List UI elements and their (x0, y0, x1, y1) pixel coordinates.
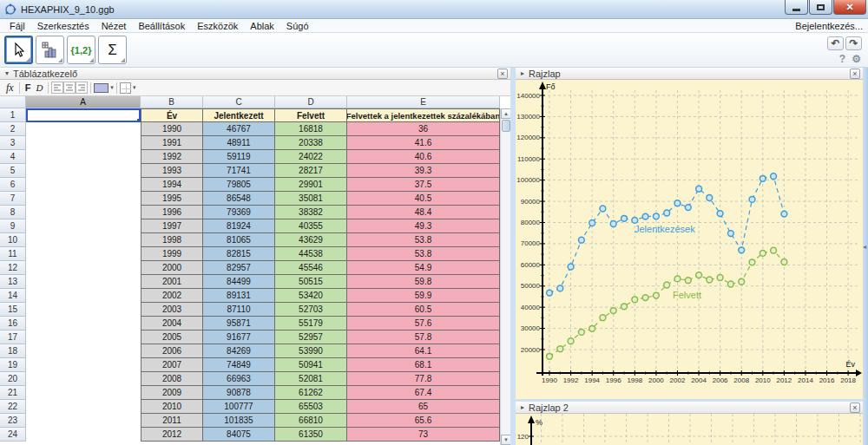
row-header-23[interactable]: 23 (0, 414, 26, 428)
cell-D10[interactable]: 43629 (275, 233, 347, 247)
row-header-10[interactable]: 10 (0, 233, 26, 247)
fx-button[interactable]: fx (6, 82, 14, 95)
collapse-triangle-icon[interactable]: ▸ (521, 69, 524, 77)
cell-D18[interactable]: 53990 (275, 344, 347, 358)
cell-A22[interactable] (26, 400, 141, 414)
cell-D11[interactable]: 44538 (275, 247, 347, 261)
cell-B14[interactable]: 2002 (141, 289, 203, 303)
menu-item-fajl[interactable]: Fájl (3, 21, 31, 31)
cell-B20[interactable]: 2008 (141, 372, 203, 386)
menu-item-sugo[interactable]: Súgó (280, 21, 315, 31)
cell-D19[interactable]: 50941 (275, 358, 347, 372)
cell-D15[interactable]: 52703 (275, 303, 347, 317)
cell-B9[interactable]: 1997 (141, 219, 203, 233)
collapse-triangle-icon[interactable]: ▾ (5, 69, 9, 77)
cell-E14[interactable]: 59.9 (347, 289, 500, 303)
cell-C23[interactable]: 101835 (203, 414, 275, 428)
menu-item-ablak[interactable]: Ablak (244, 21, 280, 31)
row-header-24[interactable]: 24 (0, 428, 26, 442)
chart-analysis-tool-button[interactable] (36, 36, 64, 64)
cell-B8[interactable]: 1996 (141, 206, 203, 219)
cell-C7[interactable]: 86548 (203, 192, 275, 206)
collapse-triangle-icon[interactable]: ▸ (521, 403, 524, 411)
cell-E7[interactable]: 40.5 (347, 192, 500, 206)
cell-D17[interactable]: 52957 (275, 330, 347, 344)
cell-E15[interactable]: 60.5 (347, 303, 500, 317)
cell-E18[interactable]: 64.1 (347, 344, 500, 358)
cell-B15[interactable]: 2003 (141, 303, 203, 317)
border-dropdown-icon[interactable]: ▾ (133, 84, 136, 91)
help-icon[interactable]: ? (839, 53, 845, 65)
cell-E8[interactable]: 48.4 (347, 206, 500, 219)
cell-A2[interactable] (26, 122, 141, 136)
graphics-view-1[interactable]: 2000030000400005000060000700008000090000… (516, 80, 863, 399)
cell-E5[interactable]: 39.3 (347, 164, 500, 178)
scroll-up-button[interactable]: ▲ (501, 108, 510, 119)
cell-E2[interactable]: 36 (347, 122, 500, 136)
cell-C13[interactable]: 84499 (203, 275, 275, 289)
row-header-1[interactable]: 1 (0, 108, 26, 122)
row-header-6[interactable]: 6 (0, 178, 26, 192)
cell-D2[interactable]: 16818 (275, 122, 347, 136)
cell-A4[interactable] (26, 150, 141, 164)
align-center-button[interactable] (63, 82, 76, 94)
column-header-a[interactable]: A (26, 96, 141, 108)
column-header-b[interactable]: B (141, 96, 203, 108)
scroll-thumb[interactable] (502, 120, 510, 132)
menu-item-nezet[interactable]: Nézet (95, 21, 133, 31)
cell-A5[interactable] (26, 164, 141, 178)
column-header-d[interactable]: D (275, 96, 347, 108)
cell-E1[interactable]: Felvettek a jelentkezettek százalékában (347, 108, 500, 122)
cell-B2[interactable]: 1990 (141, 122, 203, 136)
cell-A19[interactable] (26, 358, 141, 372)
cell-E3[interactable]: 41.6 (347, 136, 500, 150)
cell-A11[interactable] (26, 247, 141, 261)
cell-E11[interactable]: 53.8 (347, 247, 500, 261)
cell-B3[interactable]: 1991 (141, 136, 203, 150)
cell-C19[interactable]: 74849 (203, 358, 275, 372)
cell-B6[interactable]: 1994 (141, 178, 203, 192)
cell-D8[interactable]: 38382 (275, 206, 347, 219)
cell-B18[interactable]: 2006 (141, 344, 203, 358)
cell-A17[interactable] (26, 330, 141, 344)
cell-E17[interactable]: 57.8 (347, 330, 500, 344)
cell-C4[interactable]: 59119 (203, 150, 275, 164)
scroll-down-button[interactable]: ▼ (501, 435, 510, 445)
cell-C16[interactable]: 95871 (203, 317, 275, 330)
cell-C17[interactable]: 91677 (203, 330, 275, 344)
cell-E20[interactable]: 77.8 (347, 372, 500, 386)
cell-C20[interactable]: 66963 (203, 372, 275, 386)
cell-color-swatch[interactable] (94, 83, 108, 93)
cell-D9[interactable]: 40355 (275, 219, 347, 233)
sum-tool-button[interactable]: Σ (98, 36, 127, 64)
cell-D14[interactable]: 53420 (275, 289, 347, 303)
cell-C6[interactable]: 79805 (203, 178, 275, 192)
italic-button[interactable]: D (36, 82, 43, 93)
cell-D4[interactable]: 24022 (275, 150, 347, 164)
cell-D20[interactable]: 52081 (275, 372, 347, 386)
menu-item-eszkozok[interactable]: Eszközök (191, 21, 244, 31)
cell-A20[interactable] (26, 372, 141, 386)
spreadsheet-close-button[interactable]: × (497, 69, 508, 79)
cell-B19[interactable]: 2007 (141, 358, 203, 372)
cell-D1[interactable]: Felvett (275, 108, 347, 122)
cell-C15[interactable]: 87110 (203, 303, 275, 317)
redo-button[interactable]: ↷ (845, 36, 862, 50)
row-header-14[interactable]: 14 (0, 289, 26, 303)
cell-B1[interactable]: Év (141, 108, 203, 122)
cell-C2[interactable]: 46767 (203, 122, 275, 136)
cell-A7[interactable] (26, 192, 141, 206)
border-style-icon[interactable] (120, 82, 131, 94)
cell-B10[interactable]: 1998 (141, 233, 203, 247)
login-link[interactable]: Bejelentkezés... (795, 21, 863, 31)
column-header-c[interactable]: C (203, 96, 275, 108)
move-tool-button[interactable] (4, 36, 33, 64)
cell-C9[interactable]: 81924 (203, 219, 275, 233)
graphics-view-2[interactable]: %120 (516, 414, 863, 445)
cell-E21[interactable]: 67.4 (347, 386, 500, 400)
cell-D6[interactable]: 29901 (275, 178, 347, 192)
column-header-e[interactable]: E (347, 96, 500, 108)
bold-button[interactable]: F (25, 82, 31, 93)
row-header-18[interactable]: 18 (0, 344, 26, 358)
cell-A13[interactable] (26, 275, 141, 289)
